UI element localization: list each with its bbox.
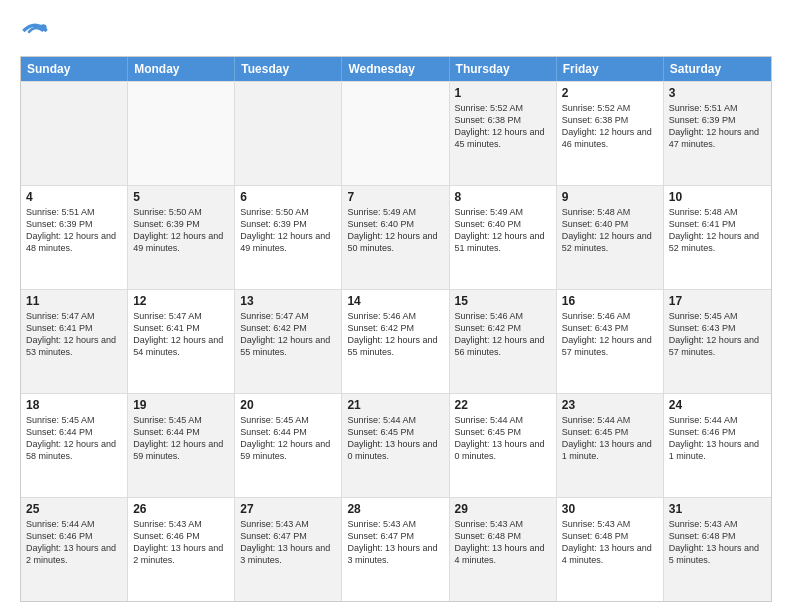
logo-icon bbox=[20, 16, 50, 46]
day-number: 13 bbox=[240, 294, 336, 308]
cell-info: Sunrise: 5:43 AM Sunset: 6:48 PM Dayligh… bbox=[562, 518, 658, 567]
calendar-cell: 1Sunrise: 5:52 AM Sunset: 6:38 PM Daylig… bbox=[450, 82, 557, 185]
cell-info: Sunrise: 5:49 AM Sunset: 6:40 PM Dayligh… bbox=[455, 206, 551, 255]
cell-info: Sunrise: 5:49 AM Sunset: 6:40 PM Dayligh… bbox=[347, 206, 443, 255]
calendar-cell: 9Sunrise: 5:48 AM Sunset: 6:40 PM Daylig… bbox=[557, 186, 664, 289]
calendar-cell: 14Sunrise: 5:46 AM Sunset: 6:42 PM Dayli… bbox=[342, 290, 449, 393]
cell-info: Sunrise: 5:47 AM Sunset: 6:41 PM Dayligh… bbox=[26, 310, 122, 359]
day-number: 8 bbox=[455, 190, 551, 204]
calendar-cell: 26Sunrise: 5:43 AM Sunset: 6:46 PM Dayli… bbox=[128, 498, 235, 601]
calendar-cell: 19Sunrise: 5:45 AM Sunset: 6:44 PM Dayli… bbox=[128, 394, 235, 497]
calendar-cell: 17Sunrise: 5:45 AM Sunset: 6:43 PM Dayli… bbox=[664, 290, 771, 393]
day-number: 12 bbox=[133, 294, 229, 308]
cell-info: Sunrise: 5:50 AM Sunset: 6:39 PM Dayligh… bbox=[240, 206, 336, 255]
calendar-cell: 30Sunrise: 5:43 AM Sunset: 6:48 PM Dayli… bbox=[557, 498, 664, 601]
cell-info: Sunrise: 5:51 AM Sunset: 6:39 PM Dayligh… bbox=[26, 206, 122, 255]
cell-info: Sunrise: 5:47 AM Sunset: 6:41 PM Dayligh… bbox=[133, 310, 229, 359]
calendar-cell: 4Sunrise: 5:51 AM Sunset: 6:39 PM Daylig… bbox=[21, 186, 128, 289]
day-number: 23 bbox=[562, 398, 658, 412]
cell-info: Sunrise: 5:43 AM Sunset: 6:47 PM Dayligh… bbox=[240, 518, 336, 567]
cell-info: Sunrise: 5:44 AM Sunset: 6:45 PM Dayligh… bbox=[347, 414, 443, 463]
day-number: 26 bbox=[133, 502, 229, 516]
page: SundayMondayTuesdayWednesdayThursdayFrid… bbox=[0, 0, 792, 612]
calendar-cell: 10Sunrise: 5:48 AM Sunset: 6:41 PM Dayli… bbox=[664, 186, 771, 289]
calendar-row-2: 11Sunrise: 5:47 AM Sunset: 6:41 PM Dayli… bbox=[21, 289, 771, 393]
weekday-header-tuesday: Tuesday bbox=[235, 57, 342, 81]
calendar-cell: 5Sunrise: 5:50 AM Sunset: 6:39 PM Daylig… bbox=[128, 186, 235, 289]
cell-info: Sunrise: 5:44 AM Sunset: 6:45 PM Dayligh… bbox=[562, 414, 658, 463]
calendar-row-0: 1Sunrise: 5:52 AM Sunset: 6:38 PM Daylig… bbox=[21, 81, 771, 185]
day-number: 17 bbox=[669, 294, 766, 308]
calendar-cell: 24Sunrise: 5:44 AM Sunset: 6:46 PM Dayli… bbox=[664, 394, 771, 497]
calendar-cell: 18Sunrise: 5:45 AM Sunset: 6:44 PM Dayli… bbox=[21, 394, 128, 497]
cell-info: Sunrise: 5:48 AM Sunset: 6:40 PM Dayligh… bbox=[562, 206, 658, 255]
calendar-cell: 16Sunrise: 5:46 AM Sunset: 6:43 PM Dayli… bbox=[557, 290, 664, 393]
calendar-cell bbox=[128, 82, 235, 185]
day-number: 3 bbox=[669, 86, 766, 100]
cell-info: Sunrise: 5:44 AM Sunset: 6:46 PM Dayligh… bbox=[26, 518, 122, 567]
calendar-cell: 20Sunrise: 5:45 AM Sunset: 6:44 PM Dayli… bbox=[235, 394, 342, 497]
calendar-cell: 29Sunrise: 5:43 AM Sunset: 6:48 PM Dayli… bbox=[450, 498, 557, 601]
day-number: 27 bbox=[240, 502, 336, 516]
cell-info: Sunrise: 5:51 AM Sunset: 6:39 PM Dayligh… bbox=[669, 102, 766, 151]
calendar-cell: 31Sunrise: 5:43 AM Sunset: 6:48 PM Dayli… bbox=[664, 498, 771, 601]
cell-info: Sunrise: 5:52 AM Sunset: 6:38 PM Dayligh… bbox=[562, 102, 658, 151]
day-number: 4 bbox=[26, 190, 122, 204]
day-number: 25 bbox=[26, 502, 122, 516]
day-number: 16 bbox=[562, 294, 658, 308]
calendar: SundayMondayTuesdayWednesdayThursdayFrid… bbox=[20, 56, 772, 602]
calendar-cell: 7Sunrise: 5:49 AM Sunset: 6:40 PM Daylig… bbox=[342, 186, 449, 289]
day-number: 5 bbox=[133, 190, 229, 204]
cell-info: Sunrise: 5:44 AM Sunset: 6:46 PM Dayligh… bbox=[669, 414, 766, 463]
header bbox=[20, 16, 772, 46]
calendar-cell: 15Sunrise: 5:46 AM Sunset: 6:42 PM Dayli… bbox=[450, 290, 557, 393]
cell-info: Sunrise: 5:43 AM Sunset: 6:46 PM Dayligh… bbox=[133, 518, 229, 567]
calendar-row-4: 25Sunrise: 5:44 AM Sunset: 6:46 PM Dayli… bbox=[21, 497, 771, 601]
cell-info: Sunrise: 5:46 AM Sunset: 6:42 PM Dayligh… bbox=[455, 310, 551, 359]
day-number: 29 bbox=[455, 502, 551, 516]
cell-info: Sunrise: 5:43 AM Sunset: 6:48 PM Dayligh… bbox=[455, 518, 551, 567]
calendar-cell: 11Sunrise: 5:47 AM Sunset: 6:41 PM Dayli… bbox=[21, 290, 128, 393]
calendar-cell bbox=[342, 82, 449, 185]
cell-info: Sunrise: 5:50 AM Sunset: 6:39 PM Dayligh… bbox=[133, 206, 229, 255]
cell-info: Sunrise: 5:43 AM Sunset: 6:48 PM Dayligh… bbox=[669, 518, 766, 567]
day-number: 10 bbox=[669, 190, 766, 204]
day-number: 6 bbox=[240, 190, 336, 204]
day-number: 31 bbox=[669, 502, 766, 516]
calendar-row-1: 4Sunrise: 5:51 AM Sunset: 6:39 PM Daylig… bbox=[21, 185, 771, 289]
calendar-cell: 3Sunrise: 5:51 AM Sunset: 6:39 PM Daylig… bbox=[664, 82, 771, 185]
calendar-cell: 6Sunrise: 5:50 AM Sunset: 6:39 PM Daylig… bbox=[235, 186, 342, 289]
cell-info: Sunrise: 5:43 AM Sunset: 6:47 PM Dayligh… bbox=[347, 518, 443, 567]
cell-info: Sunrise: 5:44 AM Sunset: 6:45 PM Dayligh… bbox=[455, 414, 551, 463]
cell-info: Sunrise: 5:47 AM Sunset: 6:42 PM Dayligh… bbox=[240, 310, 336, 359]
calendar-cell: 8Sunrise: 5:49 AM Sunset: 6:40 PM Daylig… bbox=[450, 186, 557, 289]
weekday-header-monday: Monday bbox=[128, 57, 235, 81]
day-number: 30 bbox=[562, 502, 658, 516]
cell-info: Sunrise: 5:45 AM Sunset: 6:43 PM Dayligh… bbox=[669, 310, 766, 359]
calendar-cell: 21Sunrise: 5:44 AM Sunset: 6:45 PM Dayli… bbox=[342, 394, 449, 497]
calendar-cell: 27Sunrise: 5:43 AM Sunset: 6:47 PM Dayli… bbox=[235, 498, 342, 601]
calendar-cell: 22Sunrise: 5:44 AM Sunset: 6:45 PM Dayli… bbox=[450, 394, 557, 497]
calendar-cell: 13Sunrise: 5:47 AM Sunset: 6:42 PM Dayli… bbox=[235, 290, 342, 393]
calendar-cell bbox=[21, 82, 128, 185]
calendar-cell: 12Sunrise: 5:47 AM Sunset: 6:41 PM Dayli… bbox=[128, 290, 235, 393]
cell-info: Sunrise: 5:46 AM Sunset: 6:43 PM Dayligh… bbox=[562, 310, 658, 359]
cell-info: Sunrise: 5:52 AM Sunset: 6:38 PM Dayligh… bbox=[455, 102, 551, 151]
day-number: 14 bbox=[347, 294, 443, 308]
calendar-cell: 25Sunrise: 5:44 AM Sunset: 6:46 PM Dayli… bbox=[21, 498, 128, 601]
weekday-header-friday: Friday bbox=[557, 57, 664, 81]
cell-info: Sunrise: 5:45 AM Sunset: 6:44 PM Dayligh… bbox=[26, 414, 122, 463]
calendar-cell: 28Sunrise: 5:43 AM Sunset: 6:47 PM Dayli… bbox=[342, 498, 449, 601]
cell-info: Sunrise: 5:48 AM Sunset: 6:41 PM Dayligh… bbox=[669, 206, 766, 255]
calendar-body: 1Sunrise: 5:52 AM Sunset: 6:38 PM Daylig… bbox=[21, 81, 771, 601]
cell-info: Sunrise: 5:46 AM Sunset: 6:42 PM Dayligh… bbox=[347, 310, 443, 359]
calendar-row-3: 18Sunrise: 5:45 AM Sunset: 6:44 PM Dayli… bbox=[21, 393, 771, 497]
weekday-header-wednesday: Wednesday bbox=[342, 57, 449, 81]
logo bbox=[20, 16, 54, 46]
day-number: 18 bbox=[26, 398, 122, 412]
weekday-header-saturday: Saturday bbox=[664, 57, 771, 81]
calendar-cell bbox=[235, 82, 342, 185]
day-number: 11 bbox=[26, 294, 122, 308]
day-number: 24 bbox=[669, 398, 766, 412]
day-number: 20 bbox=[240, 398, 336, 412]
